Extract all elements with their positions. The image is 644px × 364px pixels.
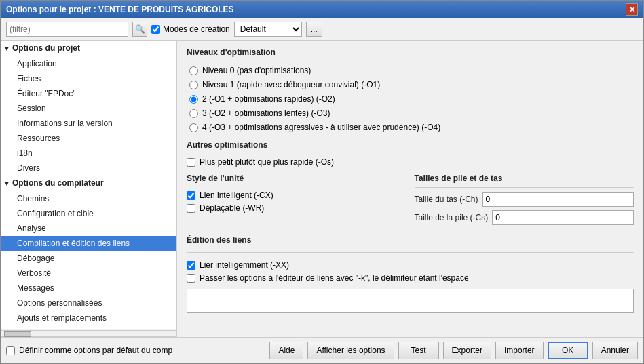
radio-n1-label[interactable]: Niveau 1 (rapide avec débogueur convivia… (189, 79, 634, 91)
sidebar-item-application[interactable]: Application (1, 56, 176, 71)
sidebar-item-ajouts-remplacements[interactable]: Ajouts et remplacements (1, 310, 176, 325)
sidebar-item-editeur[interactable]: Éditeur "FPDoc" (1, 86, 176, 101)
sidebar-item-options-projet[interactable]: ▼Options du projet (1, 41, 176, 56)
toolbar-right: Modes de création Default Debug Release … (151, 22, 322, 37)
taille-pile-input[interactable] (492, 210, 634, 225)
sidebar-item-verbosite[interactable]: Verbosité (1, 266, 176, 281)
lier-intelligemment-checkbox[interactable] (187, 261, 195, 270)
niveaux-title: Niveaux d'optimisation (187, 47, 634, 57)
radio-n4-label[interactable]: 4 (-O3 + optimisations agressives - à ut… (189, 121, 634, 134)
taille-tas-row: Taille du tas (-Ch) (415, 192, 634, 207)
deplacable-checkbox[interactable] (187, 204, 195, 213)
sidebar-horizontal-scrollbar[interactable] (1, 329, 176, 337)
sidebar-item-options-compilateur[interactable]: ▼Options du compilateur (1, 176, 176, 191)
titlebar: Options pour le projet : VENTE DE PRODUI… (1, 1, 643, 18)
modes-creation-checkbox-label[interactable]: Modes de création (151, 24, 230, 34)
edition-liens-divider (187, 252, 634, 253)
window-title: Options pour le projet : VENTE DE PRODUI… (6, 5, 234, 14)
style-unite-divider (187, 186, 406, 186)
niveaux-radio-group: Niveau 0 (pas d'optimisations) Niveau 1 … (187, 64, 634, 134)
style-unite-title: Style de l'unité (187, 174, 406, 183)
expand-arrow-compilateur: ▼ (3, 180, 10, 187)
toolbar: 🔍 Modes de création Default Debug Releas… (1, 18, 643, 41)
hscroll-thumb (4, 331, 31, 337)
sidebar-scroll[interactable]: ▼Options du projet Application Fiches Éd… (1, 41, 176, 329)
sidebar-item-compilation-edition[interactable]: Compilation et édition des liens (1, 236, 176, 251)
taille-tas-label: Taille du tas (-Ch) (415, 195, 478, 204)
definir-check-area: Définir comme options par défaut du comp (6, 346, 269, 355)
right-panel: Niveaux d'optimisation Niveau 0 (pas d'o… (177, 41, 643, 337)
sidebar-item-divers[interactable]: Divers (1, 161, 176, 176)
tailles-title: Tailles de pile et de tas (415, 174, 634, 183)
sidebar-item-ressources[interactable]: Ressources (1, 131, 176, 146)
expand-arrow: ▼ (3, 45, 10, 52)
modes-creation-checkbox[interactable] (151, 25, 160, 34)
radio-n2-label[interactable]: 2 (-O1 + optimisations rapides) (-O2) (189, 93, 634, 105)
niveaux-divider (187, 60, 634, 60)
radio-n1[interactable] (189, 81, 198, 89)
window-content: 🔍 Modes de création Default Debug Releas… (1, 18, 643, 363)
lier-intelligemment-label[interactable]: Lier intelligemment (-XX) (187, 260, 634, 270)
radio-n0[interactable] (189, 66, 198, 75)
importer-button[interactable]: Importer (495, 342, 544, 359)
taille-pile-row: Taille de la pile (-Cs) (415, 210, 634, 225)
lien-intelligent-label[interactable]: Lien intelligent (-CX) (187, 190, 406, 200)
style-tailles-row: Style de l'unité Lien intelligent (-CX) … (187, 174, 634, 228)
tailles-divider (415, 187, 634, 188)
main-area: ▼Options du projet Application Fiches Éd… (1, 41, 643, 337)
definir-label[interactable]: Définir comme options par défaut du comp (6, 346, 172, 355)
annuler-button[interactable]: Annuler (592, 342, 638, 359)
radio-n0-label[interactable]: Niveau 0 (pas d'optimisations) (189, 64, 634, 77)
sidebar-item-config-cible[interactable]: Configuration et cible (1, 206, 176, 221)
lien-intelligent-checkbox[interactable] (187, 191, 195, 200)
autres-opts: Plus petit plutôt que plus rapide (-Os) (187, 157, 634, 167)
aide-button[interactable]: Aide (269, 342, 303, 359)
passer-options-checkbox[interactable] (187, 274, 195, 283)
edition-liens-title: Édition des liens (187, 235, 634, 245)
definir-checkbox[interactable] (6, 346, 15, 355)
bottom-buttons: Aide Afficher les options Test Exporter … (269, 342, 638, 359)
modes-dropdown[interactable]: Default Debug Release (234, 22, 302, 37)
passer-options-label[interactable]: Passer les options à l'éditeur de liens … (187, 273, 634, 283)
sidebar: ▼Options du projet Application Fiches Éd… (1, 41, 177, 337)
test-button[interactable]: Test (398, 342, 439, 359)
exporter-button[interactable]: Exporter (443, 342, 491, 359)
sidebar-item-chemins[interactable]: Chemins (1, 191, 176, 206)
sidebar-item-session[interactable]: Session (1, 101, 176, 116)
filter-button[interactable]: 🔍 (132, 22, 147, 37)
radio-n4[interactable] (189, 123, 198, 132)
autres-title: Autres optimisations (187, 140, 634, 150)
passer-options-textarea[interactable] (187, 289, 634, 313)
dots-button[interactable]: ... (306, 22, 322, 37)
plus-petit-label[interactable]: Plus petit plutôt que plus rapide (-Os) (187, 157, 634, 167)
hscroll-track (1, 330, 176, 337)
main-window: Options pour le projet : VENTE DE PRODUI… (0, 0, 644, 364)
autres-section: Autres optimisations Plus petit plutôt q… (187, 140, 634, 167)
sidebar-item-i18n[interactable]: i18n (1, 146, 176, 161)
bottom-bar: Définir comme options par défaut du comp… (1, 337, 643, 363)
filter-input[interactable] (6, 22, 128, 37)
style-unite-section: Style de l'unité Lien intelligent (-CX) … (187, 174, 406, 228)
niveaux-section: Niveaux d'optimisation Niveau 0 (pas d'o… (187, 47, 634, 134)
sidebar-item-fiches[interactable]: Fiches (1, 71, 176, 86)
plus-petit-checkbox[interactable] (187, 158, 195, 167)
modes-creation-label: Modes de création (163, 24, 230, 34)
sidebar-item-messages[interactable]: Messages (1, 281, 176, 296)
tailles-section: Tailles de pile et de tas Taille du tas … (415, 174, 634, 228)
afficher-options-button[interactable]: Afficher les options (307, 342, 394, 359)
sidebar-item-options-perso[interactable]: Options personnalisées (1, 296, 176, 310)
edition-liens-section: Édition des liens Lier intelligemment (-… (187, 235, 634, 313)
sidebar-item-debogage[interactable]: Débogage (1, 251, 176, 266)
ok-button[interactable]: OK (548, 342, 588, 359)
taille-pile-label: Taille de la pile (-Cs) (415, 213, 489, 222)
radio-n3-label[interactable]: 3 (-O2 + optimisations lentes) (-O3) (189, 107, 634, 119)
autres-divider (187, 153, 634, 153)
radio-n3[interactable] (189, 109, 198, 118)
radio-n2[interactable] (189, 95, 198, 104)
deplacable-label[interactable]: Déplaçable (-WR) (187, 203, 406, 213)
sidebar-item-analyse[interactable]: Analyse (1, 221, 176, 236)
taille-tas-input[interactable] (482, 192, 634, 207)
sidebar-item-informations-version[interactable]: Informations sur la version (1, 116, 176, 131)
close-button[interactable]: ✕ (626, 3, 638, 16)
